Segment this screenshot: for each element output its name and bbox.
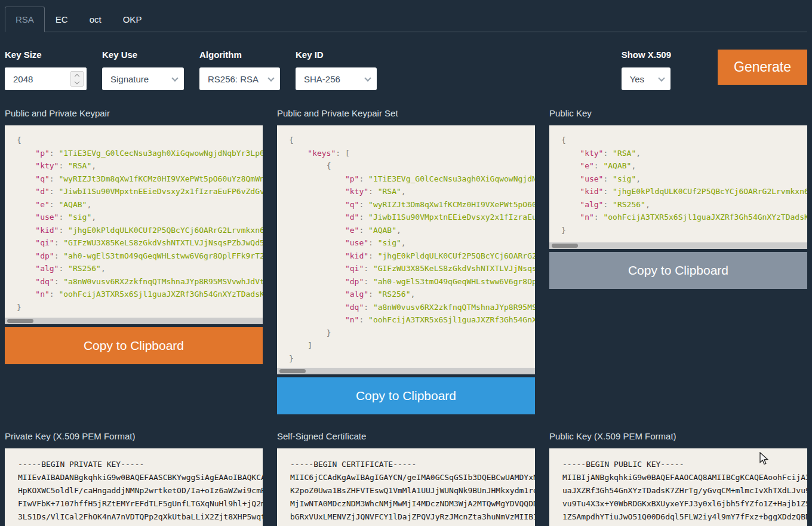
number-spinner[interactable] bbox=[70, 71, 84, 87]
tab-rsa[interactable]: RSA bbox=[5, 7, 45, 32]
algorithm-value: RS256: RSA bbox=[208, 74, 259, 84]
public-key-codebox: { "kty": "RSA", "e": "AQAB", "use": "sig… bbox=[549, 125, 807, 249]
certificate-section: Self-Signed Certificate -----BEGIN CERTI… bbox=[277, 431, 535, 526]
public-key-pem-section: Public Key (X.509 PEM Format) -----BEGIN… bbox=[549, 431, 807, 526]
copy-public-key-button[interactable]: Copy to Clipboard bbox=[549, 252, 807, 289]
horizontal-scrollbar-thumb[interactable] bbox=[279, 369, 306, 373]
public-key-pem-title: Public Key (X.509 PEM Format) bbox=[549, 431, 807, 441]
spinner-down-icon[interactable] bbox=[75, 79, 79, 84]
tab-ec[interactable]: EC bbox=[45, 7, 79, 32]
key-use-value: Signature bbox=[110, 74, 149, 84]
jwk-generator-page: RSA EC oct OKP Key Size Key Use Signatur… bbox=[0, 7, 812, 526]
chevron-down-icon bbox=[171, 75, 178, 81]
chevron-down-icon bbox=[658, 75, 665, 81]
show-x509-field: Show X.509 Yes bbox=[622, 50, 671, 90]
keypair-set-codebox: { "keys": [ { "p": "1TiE3EVg_G0lCecNsu3a… bbox=[277, 125, 535, 374]
keypair-json: { "p": "1TiE3EVg_G0lCecNsu3agh0XiGqwowNg… bbox=[5, 125, 263, 318]
keypair-section: Public and Private Keypair { "p": "1TiE3… bbox=[5, 108, 263, 364]
keypair-title: Public and Private Keypair bbox=[5, 108, 263, 118]
private-key-pem-box: -----BEGIN PRIVATE KEY----- MIIEvAIBADAN… bbox=[5, 448, 263, 526]
horizontal-scrollbar[interactable] bbox=[5, 318, 263, 324]
key-use-select[interactable]: Signature bbox=[102, 67, 184, 90]
key-id-value: SHA-256 bbox=[304, 74, 340, 84]
certificate-box: -----BEGIN CERTIFICATE----- MIIC6jCCAdKg… bbox=[277, 448, 535, 526]
key-use-label: Key Use bbox=[102, 50, 184, 60]
spinner-up-icon[interactable] bbox=[75, 73, 79, 78]
copy-keypair-button[interactable]: Copy to Clipboard bbox=[5, 327, 263, 364]
key-id-field: Key ID SHA-256 bbox=[296, 50, 377, 90]
algorithm-label: Algorithm bbox=[199, 50, 280, 60]
chevron-down-icon bbox=[267, 75, 274, 81]
algorithm-field: Algorithm RS256: RSA bbox=[199, 50, 280, 90]
horizontal-scrollbar[interactable] bbox=[277, 368, 535, 374]
jwk-output-grid: Public and Private Keypair { "p": "1TiE3… bbox=[5, 108, 807, 414]
key-use-field: Key Use Signature bbox=[102, 50, 184, 90]
horizontal-scrollbar-thumb[interactable] bbox=[552, 244, 578, 248]
key-id-select[interactable]: SHA-256 bbox=[296, 67, 377, 90]
public-key-title: Public Key bbox=[549, 108, 807, 118]
show-x509-label: Show X.509 bbox=[622, 50, 671, 60]
keypair-set-section: Public and Private Keypair Set { "keys":… bbox=[277, 108, 535, 414]
private-key-pem-text: -----BEGIN PRIVATE KEY----- MIIEvAIBADAN… bbox=[5, 448, 263, 526]
keypair-set-title: Public and Private Keypair Set bbox=[277, 108, 535, 118]
show-x509-select[interactable]: Yes bbox=[622, 67, 670, 90]
algorithm-select[interactable]: RS256: RSA bbox=[199, 67, 280, 90]
keypair-codebox: { "p": "1TiE3EVg_G0lCecNsu3agh0XiGqwowNg… bbox=[5, 125, 263, 324]
keypair-set-json: { "keys": [ { "p": "1TiE3EVg_G0lCecNsu3a… bbox=[277, 125, 535, 368]
horizontal-scrollbar-thumb[interactable] bbox=[7, 319, 33, 323]
certificate-text: -----BEGIN CERTIFICATE----- MIIC6jCCAdKg… bbox=[277, 448, 535, 526]
generate-button[interactable]: Generate bbox=[718, 50, 807, 85]
tab-okp[interactable]: OKP bbox=[112, 7, 153, 32]
key-size-field: Key Size bbox=[5, 50, 87, 90]
private-key-pem-title: Private Key (X.509 PEM Format) bbox=[5, 431, 263, 441]
public-key-section: Public Key { "kty": "RSA", "e": "AQAB", … bbox=[549, 108, 807, 289]
certificate-title: Self-Signed Certificate bbox=[277, 431, 535, 441]
copy-keypair-set-button[interactable]: Copy to Clipboard bbox=[277, 377, 535, 414]
chevron-down-icon bbox=[364, 75, 371, 81]
pem-output-grid: Private Key (X.509 PEM Format) -----BEGI… bbox=[5, 431, 807, 526]
show-x509-value: Yes bbox=[630, 74, 644, 84]
public-key-pem-text: -----BEGIN PUBLIC KEY----- MIIBIjANBgkqh… bbox=[549, 448, 807, 526]
key-id-label: Key ID bbox=[296, 50, 377, 60]
key-size-label: Key Size bbox=[5, 50, 87, 60]
tab-oct[interactable]: oct bbox=[79, 7, 112, 32]
private-key-pem-section: Private Key (X.509 PEM Format) -----BEGI… bbox=[5, 431, 263, 526]
public-key-json: { "kty": "RSA", "e": "AQAB", "use": "sig… bbox=[549, 125, 807, 242]
key-type-tabs: RSA EC oct OKP bbox=[5, 7, 807, 32]
generator-form: Key Size Key Use Signature Algorithm RS2… bbox=[5, 50, 807, 90]
horizontal-scrollbar[interactable] bbox=[549, 242, 807, 249]
public-key-pem-box: -----BEGIN PUBLIC KEY----- MIIBIjANBgkqh… bbox=[549, 448, 807, 526]
